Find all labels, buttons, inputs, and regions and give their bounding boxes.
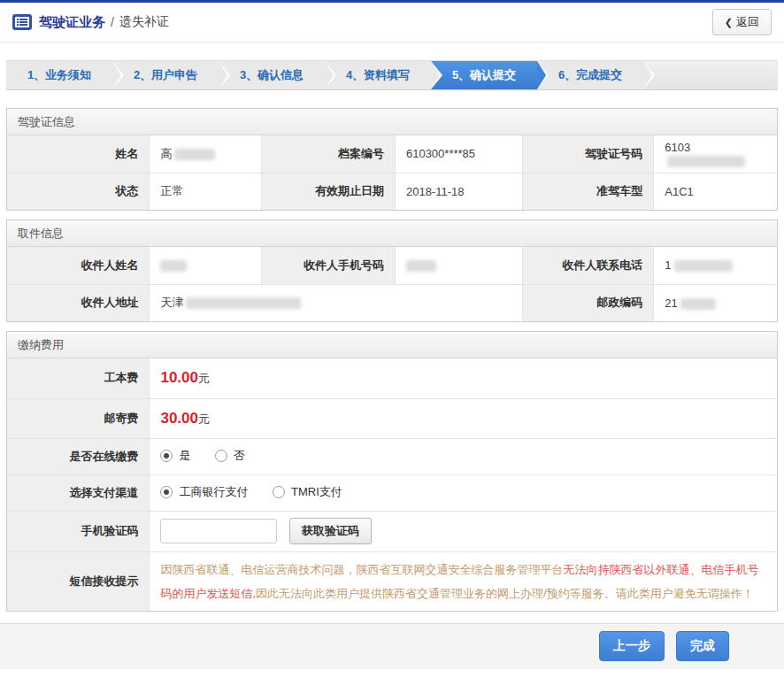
field-value-recipient-address: 天津 xyxy=(150,284,522,321)
table-row: 收件人地址 天津 邮政编码 21 xyxy=(7,284,777,321)
radio-online-no-label: 否 xyxy=(234,448,245,464)
sms-note-part1: 因陕西省联通、电信运营商技术问题，陕西省互联网交通安全综合服务管理平台 xyxy=(160,563,563,576)
table-row: 选择支付渠道 工商银行支付 TMRI支付 xyxy=(7,474,777,511)
redacted-value xyxy=(674,260,733,272)
pickup-info-section: 取件信息 收件人姓名 收件人手机号码 收件人联系电话 1 收件人地址 天津 邮政… xyxy=(6,220,778,322)
field-label-postage: 邮寄费 xyxy=(7,398,150,438)
redacted-value xyxy=(186,297,301,309)
radio-channel-tmri-label: TMRI支付 xyxy=(291,484,342,500)
field-value-file-no: 610300****85 xyxy=(395,135,522,173)
fee-unit: 元 xyxy=(198,412,210,426)
sms-note-part3: 因此无法向此类用户提供陕西省交通管理业务的网上办理/预约等服务。请此类用户避免无… xyxy=(256,587,754,600)
step-item-6: 6、完成提交 xyxy=(537,61,643,89)
field-value-recipient-phone: 1 xyxy=(654,247,777,284)
payment-section: 缴纳费用 工本费 10.00元 邮寄费 30.00元 是否在线缴费 是 xyxy=(6,331,778,612)
field-value-postage: 30.00元 xyxy=(150,398,777,438)
field-label-file-no: 档案编号 xyxy=(262,135,396,173)
back-arrow-icon: ❮ xyxy=(725,17,733,28)
field-label-postal-code: 邮政编码 xyxy=(522,284,654,321)
table-row: 状态 正常 有效期止日期 2018-11-18 准驾车型 A1C1 xyxy=(7,173,777,210)
phone-visible-text: 1 xyxy=(665,258,671,272)
pickup-info-title: 取件信息 xyxy=(7,220,777,247)
field-value-pay-channel: 工商银行支付 TMRI支付 xyxy=(150,474,777,511)
license-info-table: 姓名 高 档案编号 610300****85 驾驶证号码 6103 状态 正常 … xyxy=(7,135,777,210)
field-label-sms-note: 短信接收提示 xyxy=(7,551,150,611)
field-value-online-pay: 是 否 xyxy=(150,438,777,474)
redacted-value xyxy=(667,156,745,167)
field-label-recipient-mobile: 收件人手机号码 xyxy=(262,247,396,284)
pickup-info-table: 收件人姓名 收件人手机号码 收件人联系电话 1 收件人地址 天津 邮政编码 21 xyxy=(7,247,777,321)
back-button-label: 返回 xyxy=(736,14,759,30)
table-row: 姓名 高 档案编号 610300****85 驾驶证号码 6103 xyxy=(7,135,777,173)
radio-circle-icon xyxy=(273,486,285,498)
field-label-recipient-address: 收件人地址 xyxy=(7,284,150,321)
field-label-work-fee: 工本费 xyxy=(7,358,150,398)
field-value-name: 高 xyxy=(150,135,262,173)
field-value-sms-note: 因陕西省联通、电信运营商技术问题，陕西省互联网交通安全综合服务管理平台无法向持陕… xyxy=(150,551,777,611)
field-value-status: 正常 xyxy=(150,173,262,210)
redacted-value xyxy=(680,298,716,310)
get-sms-code-button[interactable]: 获取验证码 xyxy=(289,518,372,544)
name-visible-text: 高 xyxy=(160,147,172,160)
work-fee-amount: 10.00 xyxy=(160,369,198,386)
previous-step-button[interactable]: 上一步 xyxy=(599,631,665,661)
payment-table: 工本费 10.00元 邮寄费 30.00元 是否在线缴费 是 否 xyxy=(7,358,777,611)
license-info-section: 驾驶证信息 姓名 高 档案编号 610300****85 驾驶证号码 6103 … xyxy=(6,108,778,211)
table-row: 是否在线缴费 是 否 xyxy=(7,438,777,474)
postage-amount: 30.00 xyxy=(160,410,198,427)
step-item-2: 2、用户申告 xyxy=(112,61,219,89)
radio-circle-icon xyxy=(160,486,173,498)
field-label-vehicle-class: 准驾车型 xyxy=(522,173,654,210)
radio-channel-icbc-label: 工商银行支付 xyxy=(179,484,248,500)
finish-button[interactable]: 完成 xyxy=(676,631,729,661)
redacted-value xyxy=(174,149,215,160)
redacted-value xyxy=(160,260,187,272)
field-label-recipient-name: 收件人姓名 xyxy=(7,247,150,284)
radio-online-yes-label: 是 xyxy=(179,448,190,464)
license-no-visible-text: 6103 xyxy=(665,141,690,154)
step-item-3: 3、确认信息 xyxy=(219,61,325,89)
field-label-recipient-phone: 收件人联系电话 xyxy=(522,247,654,284)
radio-online-no[interactable]: 否 xyxy=(215,448,245,464)
field-value-expiry: 2018-11-18 xyxy=(395,173,522,210)
radio-circle-icon xyxy=(160,450,173,462)
postal-visible-text: 21 xyxy=(665,297,677,310)
breadcrumb-separator: / xyxy=(111,15,114,29)
field-value-license-no: 6103 xyxy=(654,135,777,173)
table-row: 工本费 10.00元 xyxy=(7,358,777,398)
back-button[interactable]: ❮ 返回 xyxy=(712,9,772,35)
radio-circle-icon xyxy=(215,450,227,462)
step-item-1: 1、业务须知 xyxy=(6,61,112,89)
table-row: 短信接收提示 因陕西省联通、电信运营商技术问题，陕西省互联网交通安全综合服务管理… xyxy=(7,551,777,611)
field-value-recipient-mobile xyxy=(395,247,522,284)
redacted-value xyxy=(406,260,436,272)
payment-title: 缴纳费用 xyxy=(7,332,777,358)
sms-note-text: 因陕西省联通、电信运营商技术问题，陕西省互联网交通安全综合服务管理平台无法向持陕… xyxy=(160,558,766,605)
address-visible-text: 天津 xyxy=(160,296,183,309)
breadcrumb-current: 遗失补证 xyxy=(119,14,169,30)
license-info-title: 驾驶证信息 xyxy=(7,109,777,135)
field-label-name: 姓名 xyxy=(7,135,150,173)
radio-online-yes[interactable]: 是 xyxy=(160,448,190,464)
field-value-sms-code: 获取验证码 xyxy=(150,511,777,551)
field-label-pay-channel: 选择支付渠道 xyxy=(7,474,150,511)
page-header: 驾驶证业务 / 遗失补证 ❮ 返回 xyxy=(0,3,784,42)
field-value-work-fee: 10.00元 xyxy=(150,358,777,398)
radio-channel-tmri[interactable]: TMRI支付 xyxy=(273,484,342,500)
footer-action-bar: 上一步 完成 xyxy=(0,623,784,669)
field-value-vehicle-class: A1C1 xyxy=(654,173,777,210)
page-title: 驾驶证业务 xyxy=(39,14,105,31)
fee-unit: 元 xyxy=(198,372,210,385)
license-business-icon xyxy=(12,14,32,30)
field-label-license-no: 驾驶证号码 xyxy=(522,135,654,173)
field-label-expiry: 有效期止日期 xyxy=(262,173,396,210)
field-value-postal-code: 21 xyxy=(654,284,777,321)
radio-channel-icbc[interactable]: 工商银行支付 xyxy=(160,484,248,500)
table-row: 邮寄费 30.00元 xyxy=(7,398,777,438)
field-label-online-pay: 是否在线缴费 xyxy=(7,438,150,474)
table-row: 收件人姓名 收件人手机号码 收件人联系电话 1 xyxy=(7,247,777,284)
field-label-status: 状态 xyxy=(7,173,150,210)
step-item-4: 4、资料填写 xyxy=(325,61,431,89)
step-progress-bar: 1、业务须知 2、用户申告 3、确认信息 4、资料填写 5、确认提交 6、完成提… xyxy=(6,60,778,90)
sms-code-input[interactable] xyxy=(160,519,277,543)
